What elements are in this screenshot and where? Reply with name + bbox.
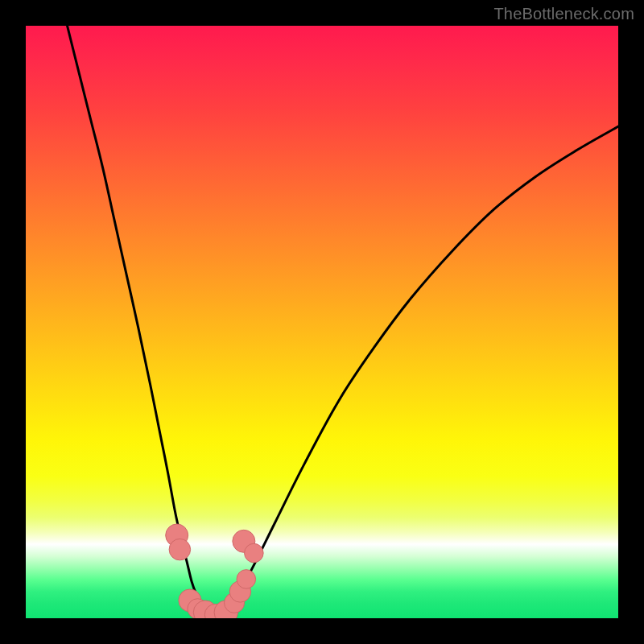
curve-right-curve (221, 126, 618, 614)
data-marker (169, 539, 191, 560)
data-marker (245, 543, 264, 563)
chart-curves (68, 26, 618, 615)
chart-markers (166, 524, 263, 618)
curve-left-curve (68, 26, 210, 615)
data-marker (237, 570, 256, 589)
chart-frame: TheBottleneck.com (0, 0, 644, 644)
watermark-text: TheBottleneck.com (493, 5, 634, 23)
chart-svg (26, 26, 618, 618)
plot-area (26, 26, 618, 618)
